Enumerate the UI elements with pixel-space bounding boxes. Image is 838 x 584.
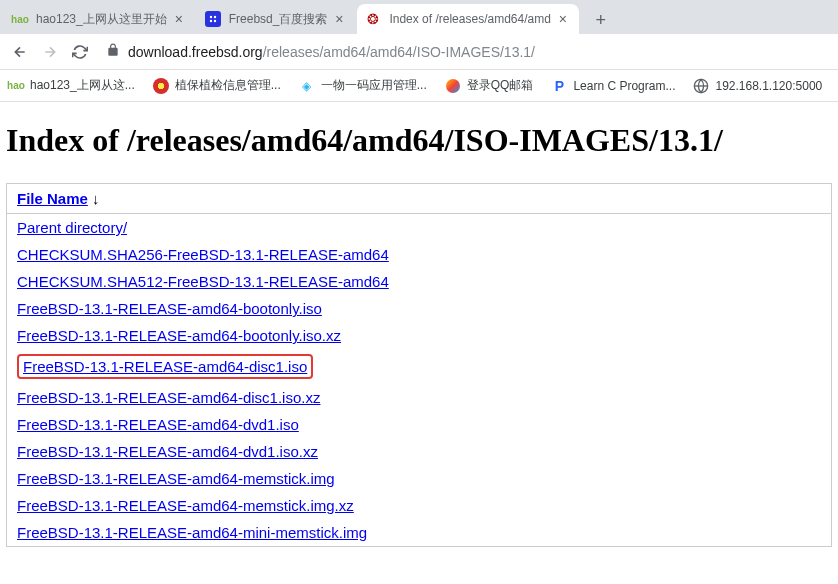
table-row: FreeBSD-13.1-RELEASE-amd64-disc1.iso xyxy=(7,349,832,384)
bookmark-code-app[interactable]: ◈ 一物一码应用管理... xyxy=(299,77,427,94)
bookmark-label: 192.168.1.120:5000 xyxy=(715,79,822,93)
globe-icon xyxy=(693,78,709,94)
file-link[interactable]: FreeBSD-13.1-RELEASE-amd64-disc1.iso.xz xyxy=(17,389,320,406)
file-link[interactable]: FreeBSD-13.1-RELEASE-amd64-disc1.iso xyxy=(23,358,307,375)
new-tab-button[interactable]: + xyxy=(587,6,615,34)
file-link[interactable]: CHECKSUM.SHA256-FreeBSD-13.1-RELEASE-amd… xyxy=(17,246,389,263)
table-row: CHECKSUM.SHA512-FreeBSD-13.1-RELEASE-amd… xyxy=(7,268,832,295)
bookmark-label: 一物一码应用管理... xyxy=(321,77,427,94)
file-link[interactable]: FreeBSD-13.1-RELEASE-amd64-memstick.img.… xyxy=(17,497,354,514)
bookmark-qqmail[interactable]: 登录QQ邮箱 xyxy=(445,77,534,94)
file-listing-table: File Name↓ Parent directory/CHECKSUM.SHA… xyxy=(6,183,832,547)
file-link[interactable]: FreeBSD-13.1-RELEASE-amd64-bootonly.iso xyxy=(17,300,322,317)
toolbar: download.freebsd.org/releases/amd64/amd6… xyxy=(0,34,838,70)
svg-point-2 xyxy=(210,20,212,22)
file-link[interactable]: CHECKSUM.SHA512-FreeBSD-13.1-RELEASE-amd… xyxy=(17,273,389,290)
cube-icon: ◈ xyxy=(299,78,315,94)
tab-bar: hao hao123_上网从这里开始 × Freebsd_百度搜索 × ❂ In… xyxy=(0,0,838,34)
bookmark-label: hao123_上网从这... xyxy=(30,77,135,94)
table-row: FreeBSD-13.1-RELEASE-amd64-memstick.img xyxy=(7,465,832,492)
column-header-filename[interactable]: File Name↓ xyxy=(7,184,832,214)
lock-icon xyxy=(106,43,120,60)
bookmark-label: 登录QQ邮箱 xyxy=(467,77,534,94)
close-icon[interactable]: × xyxy=(331,11,347,27)
p-icon: P xyxy=(551,78,567,94)
tab-hao123[interactable]: hao hao123_上网从这里开始 × xyxy=(4,4,195,34)
table-row: FreeBSD-13.1-RELEASE-amd64-disc1.iso.xz xyxy=(7,384,832,411)
url-host: download.freebsd.org xyxy=(128,44,263,60)
file-link[interactable]: FreeBSD-13.1-RELEASE-amd64-dvd1.iso.xz xyxy=(17,443,318,460)
svg-point-3 xyxy=(214,20,216,22)
table-row: FreeBSD-13.1-RELEASE-amd64-dvd1.iso xyxy=(7,411,832,438)
file-link[interactable]: FreeBSD-13.1-RELEASE-amd64-mini-memstick… xyxy=(17,524,367,541)
sort-arrow-icon: ↓ xyxy=(92,190,100,207)
file-link[interactable]: Parent directory/ xyxy=(17,219,127,236)
back-button[interactable] xyxy=(6,38,34,66)
table-row: FreeBSD-13.1-RELEASE-amd64-bootonly.iso.… xyxy=(7,322,832,349)
bookmark-bar: hao hao123_上网从这... 植保植检信息管理... ◈ 一物一码应用管… xyxy=(0,70,838,102)
bookmark-hao123[interactable]: hao hao123_上网从这... xyxy=(8,77,135,94)
close-icon[interactable]: × xyxy=(555,11,571,27)
close-icon[interactable]: × xyxy=(171,11,187,27)
tab-baidu[interactable]: Freebsd_百度搜索 × xyxy=(197,4,356,34)
tab-title: Index of /releases/amd64/amd xyxy=(389,12,550,26)
hao123-icon: hao xyxy=(8,78,24,94)
forward-button[interactable] xyxy=(36,38,64,66)
url-path: /releases/amd64/amd64/ISO-IMAGES/13.1/ xyxy=(263,44,535,60)
table-row: FreeBSD-13.1-RELEASE-amd64-dvd1.iso.xz xyxy=(7,438,832,465)
table-row: CHECKSUM.SHA256-FreeBSD-13.1-RELEASE-amd… xyxy=(7,241,832,268)
freebsd-icon: ❂ xyxy=(365,11,381,27)
highlighted-file: FreeBSD-13.1-RELEASE-amd64-disc1.iso xyxy=(17,354,313,379)
bookmark-local-ip[interactable]: 192.168.1.120:5000 xyxy=(693,78,822,94)
tab-freebsd-index[interactable]: ❂ Index of /releases/amd64/amd × xyxy=(357,4,578,34)
bookmark-label: Learn C Program... xyxy=(573,79,675,93)
table-row: Parent directory/ xyxy=(7,214,832,242)
baidu-icon xyxy=(205,11,221,27)
table-row: FreeBSD-13.1-RELEASE-amd64-memstick.img.… xyxy=(7,492,832,519)
file-link[interactable]: FreeBSD-13.1-RELEASE-amd64-dvd1.iso xyxy=(17,416,299,433)
tab-title: Freebsd_百度搜索 xyxy=(229,11,328,28)
emblem-icon xyxy=(153,78,169,94)
table-row: FreeBSD-13.1-RELEASE-amd64-mini-memstick… xyxy=(7,519,832,547)
bookmark-plant[interactable]: 植保植检信息管理... xyxy=(153,77,281,94)
address-bar[interactable]: download.freebsd.org/releases/amd64/amd6… xyxy=(96,38,832,66)
table-row: FreeBSD-13.1-RELEASE-amd64-bootonly.iso xyxy=(7,295,832,322)
page-content: Index of /releases/amd64/amd64/ISO-IMAGE… xyxy=(0,102,838,547)
bookmark-label: 植保植检信息管理... xyxy=(175,77,281,94)
file-link[interactable]: FreeBSD-13.1-RELEASE-amd64-bootonly.iso.… xyxy=(17,327,341,344)
file-link[interactable]: FreeBSD-13.1-RELEASE-amd64-memstick.img xyxy=(17,470,335,487)
qq-icon xyxy=(445,78,461,94)
bookmark-learn-c[interactable]: P Learn C Program... xyxy=(551,78,675,94)
svg-point-1 xyxy=(214,16,216,18)
reload-button[interactable] xyxy=(66,38,94,66)
hao123-icon: hao xyxy=(12,11,28,27)
svg-point-0 xyxy=(210,16,212,18)
tab-title: hao123_上网从这里开始 xyxy=(36,11,167,28)
page-title: Index of /releases/amd64/amd64/ISO-IMAGE… xyxy=(6,122,832,159)
